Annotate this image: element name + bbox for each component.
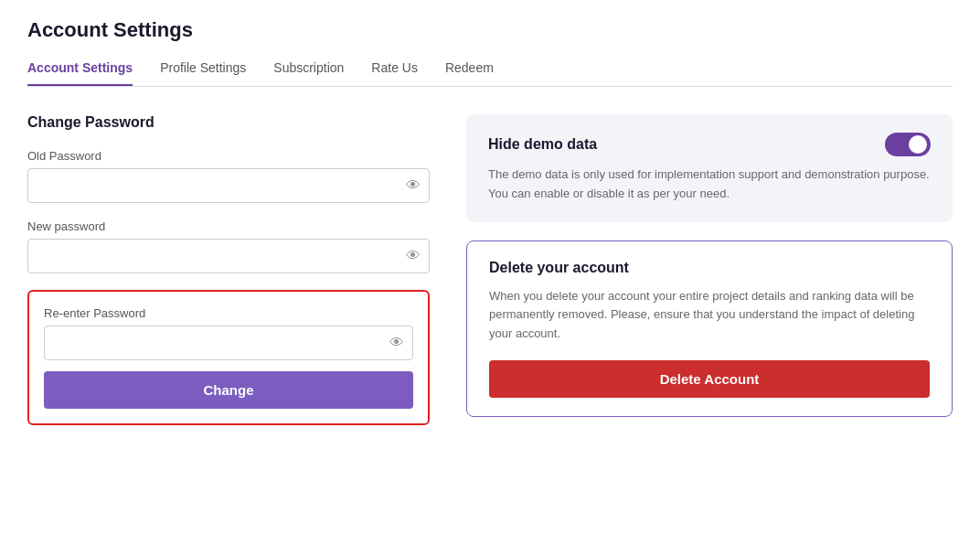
demo-card-header: Hide demo data	[488, 133, 931, 156]
reenter-password-wrapper: 👁	[44, 326, 413, 360]
right-panel: Hide demo data The demo data is only use…	[466, 114, 953, 425]
new-password-wrapper: 👁	[27, 239, 430, 273]
demo-card-title: Hide demo data	[488, 136, 597, 153]
delete-account-card: Delete your account When you delete your…	[466, 240, 953, 417]
tab-redeem[interactable]: Redeem	[445, 60, 494, 86]
demo-data-card: Hide demo data The demo data is only use…	[466, 114, 953, 222]
reenter-password-label: Re-enter Password	[44, 306, 413, 320]
change-password-button[interactable]: Change	[44, 371, 413, 409]
tab-profile-settings[interactable]: Profile Settings	[160, 60, 246, 86]
old-password-label: Old Password	[27, 149, 430, 163]
reenter-password-eye-icon[interactable]: 👁	[389, 335, 404, 351]
page-title: Account Settings	[27, 18, 953, 42]
toggle-slider	[885, 133, 931, 156]
new-password-label: New password	[27, 219, 430, 233]
left-panel: Change Password Old Password 👁 New passw…	[27, 114, 430, 425]
new-password-group: New password 👁	[27, 219, 430, 273]
reenter-password-input[interactable]	[44, 326, 413, 360]
reenter-password-group: Re-enter Password 👁	[44, 306, 413, 360]
demo-card-description: The demo data is only used for implement…	[488, 166, 931, 204]
old-password-group: Old Password 👁	[27, 149, 430, 203]
delete-card-description: When you delete your account your entire…	[489, 287, 930, 344]
old-password-input[interactable]	[27, 168, 430, 203]
tab-account-settings[interactable]: Account Settings	[27, 60, 133, 86]
old-password-wrapper: 👁	[27, 168, 430, 203]
tabs-nav: Account Settings Profile Settings Subscr…	[27, 60, 953, 87]
hide-demo-toggle[interactable]	[885, 133, 931, 156]
delete-account-button[interactable]: Delete Account	[489, 360, 930, 398]
change-password-title: Change Password	[27, 114, 430, 131]
tab-subscription[interactable]: Subscription	[273, 60, 344, 86]
delete-card-title: Delete your account	[489, 260, 930, 276]
old-password-eye-icon[interactable]: 👁	[406, 177, 421, 194]
new-password-input[interactable]	[27, 239, 430, 273]
tab-rate-us[interactable]: Rate Us	[371, 60, 418, 86]
new-password-eye-icon[interactable]: 👁	[406, 248, 421, 264]
main-content: Change Password Old Password 👁 New passw…	[27, 114, 953, 425]
reenter-password-highlighted-section: Re-enter Password 👁 Change	[27, 290, 430, 425]
